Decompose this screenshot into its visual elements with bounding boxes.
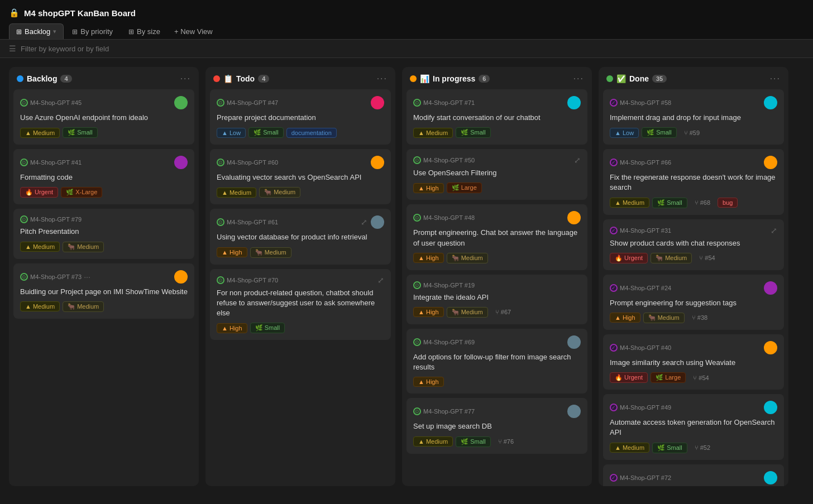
card[interactable]: ✓M4-Shop-GPT #72 [603,464,784,487]
card-tag: 🔥 Urgent [610,372,648,383]
card-actions [174,270,188,284]
card[interactable]: ✓M4-Shop-GPT #66Fix the regenerate respo… [603,149,784,214]
card-header: ⊙M4-Shop-GPT #79 [20,215,188,223]
filter-input[interactable] [21,45,804,53]
card-title: Using vector database for product info r… [217,232,384,242]
tab-new-view[interactable]: + New View [169,24,218,39]
avatar [764,401,777,414]
card-tag: 🌿 Small [456,436,491,447]
card-header: ⊙M4-Shop-GPT #41 [20,156,188,169]
card[interactable]: ⊙M4-Shop-GPT #69Add options for follow-u… [406,329,587,393]
tab-bar: ⊞ Backlog ▾ ⊞ By priority ⊞ By size + Ne… [9,23,804,39]
avatar [567,96,581,109]
card-tags: ▲ High🐂 Medium⑂ #38 [610,313,777,323]
card-id: ✓M4-Shop-GPT #72 [610,474,671,482]
status-circle: ✓ [610,474,618,482]
column-count-done: 35 [652,75,667,83]
card-id-text: M4-Shop-GPT #58 [620,99,671,106]
column-emoji-done: ✅ [616,74,626,83]
card-tags: ▲ High🐂 Medium⑂ #67 [413,307,581,318]
column-emoji-todo: 📋 [223,74,233,83]
card-tag: 🌿 Small [250,323,285,333]
card[interactable]: ⊙M4-Shop-GPT #45Use Azure OpenAI endpoin… [13,89,194,145]
avatar [764,156,777,169]
tab-dropdown-icon[interactable]: ▾ [53,28,56,35]
card-tags: ▲ Medium🌿 Small⑂ #52 [610,443,777,453]
card[interactable]: ✓M4-Shop-GPT #24Prompt engineering for s… [603,275,784,330]
card-id-text: M4-Shop-GPT #66 [620,159,671,166]
card[interactable]: ⊙M4-Shop-GPT #60Evaluating vector search… [210,149,391,204]
card-tags: ▲ Low🌿 Small⑂ #59 [610,127,777,138]
card[interactable]: ⊙M4-Shop-GPT #70⤢For non product-related… [210,269,391,340]
cards-done: ✓M4-Shop-GPT #58Implement drag and drop … [599,89,788,486]
status-circle: ⊙ [413,281,421,289]
card-header: ✓M4-Shop-GPT #31⤢ [610,226,777,235]
cards-in-progress: ⊙M4-Shop-GPT #71Modify start conversatio… [402,89,592,458]
column-dot-in-progress [410,75,417,82]
kanban-board: Backlog4···⊙M4-Shop-GPT #45Use Azure Ope… [0,58,813,495]
card-tag: ▲ Medium [610,443,649,453]
card-tag: ▲ High [413,377,444,387]
card[interactable]: ⊙M4-Shop-GPT #41Formatting code🔥 Urgent🌿… [13,149,194,204]
card-tags: ▲ Medium🐂 Medium [20,301,188,312]
card[interactable]: ⊙M4-Shop-GPT #79Pitch Presentation▲ Medi… [13,209,194,258]
card[interactable]: ⊙M4-Shop-GPT #48Prompt engineering. Chat… [406,204,587,270]
card-actions [371,96,384,109]
card-title: Integrate the idealo API [413,292,581,303]
card-tags: ▲ Medium🌿 Small⑂ #76 [413,436,581,447]
tab-backlog-icon: ⊞ [16,28,22,36]
lock-icon: 🔒 [9,8,20,18]
card[interactable]: ⊙M4-Shop-GPT #77Set up image search DB▲ … [406,398,587,453]
card-tag: ▲ Medium [217,188,256,198]
card[interactable]: ⊙M4-Shop-GPT #47Prepare project document… [210,89,391,145]
card[interactable]: ⊙M4-Shop-GPT #61⤢Using vector database f… [210,209,391,264]
tab-by-size[interactable]: ⊞ By size [121,23,168,39]
card-tag: ▲ High [610,313,640,323]
status-circle: ⊙ [413,338,421,346]
tab-backlog[interactable]: ⊞ Backlog ▾ [9,23,64,39]
column-menu-in-progress[interactable]: ··· [573,74,584,84]
card-options-icon[interactable]: ··· [84,272,90,281]
column-header-in-progress: 📊In progress6··· [402,67,592,89]
card-actions: ⤢ [361,215,384,229]
card-tag: ⑂ #54 [695,253,719,262]
card-tags: ▲ Medium🐂 Medium [217,187,384,198]
column-menu-done[interactable]: ··· [770,74,781,84]
drag-icon[interactable]: ⤢ [361,218,367,227]
card[interactable]: ✓M4-Shop-GPT #40Image similarity search … [603,334,784,390]
card-id: ⊙M4-Shop-GPT #19 [413,281,475,289]
column-count-in-progress: 6 [479,75,490,83]
card-header: ⊙M4-Shop-GPT #50⤢ [413,156,581,165]
card-title: Evaluating vector search vs OpenSearch A… [217,172,384,183]
card-tag: 🔥 Urgent [610,253,648,263]
card-tags: ▲ High🌿 Small [217,323,384,333]
avatar [567,405,581,418]
avatar [567,335,581,349]
column-dot-todo [213,75,220,82]
card-actions [371,156,384,169]
card[interactable]: ✓M4-Shop-GPT #58Implement drag and drop … [603,89,784,145]
card[interactable]: ⊙M4-Shop-GPT #19Integrate the idealo API… [406,275,587,324]
avatar [174,96,188,109]
card[interactable]: ⊙M4-Shop-GPT #73 ···Buidling our Project… [13,263,194,319]
card-title: Image similarity search using Weaviate [610,358,777,368]
card-tag: 🌿 Small [652,198,687,208]
card-title: Use Azure OpenAI endpoint from idealo [20,113,188,123]
card[interactable]: ⊙M4-Shop-GPT #71Modify start conversatio… [406,89,587,145]
drag-icon[interactable]: ⤢ [771,226,777,235]
drag-icon[interactable]: ⤢ [574,156,581,165]
column-dot-done [606,75,613,82]
card-header: ✓M4-Shop-GPT #24 [610,281,777,295]
card-id: ✓M4-Shop-GPT #24 [610,284,671,292]
tab-by-priority[interactable]: ⊞ By priority [65,23,120,39]
card[interactable]: ✓M4-Shop-GPT #31⤢Show product cards with… [603,219,784,270]
column-menu-backlog[interactable]: ··· [180,74,191,84]
card-tag: 🌿 Small [63,127,98,138]
card-tag: 🌿 Large [447,183,482,193]
card[interactable]: ✓M4-Shop-GPT #49Automate access token ge… [603,394,784,459]
card-header: ⊙M4-Shop-GPT #73 ··· [20,270,188,284]
card-id-text: M4-Shop-GPT #73 [30,273,82,280]
column-menu-todo[interactable]: ··· [377,74,388,84]
card[interactable]: ⊙M4-Shop-GPT #50⤢Use OpenSearch Filterin… [406,149,587,200]
drag-icon[interactable]: ⤢ [377,276,384,285]
